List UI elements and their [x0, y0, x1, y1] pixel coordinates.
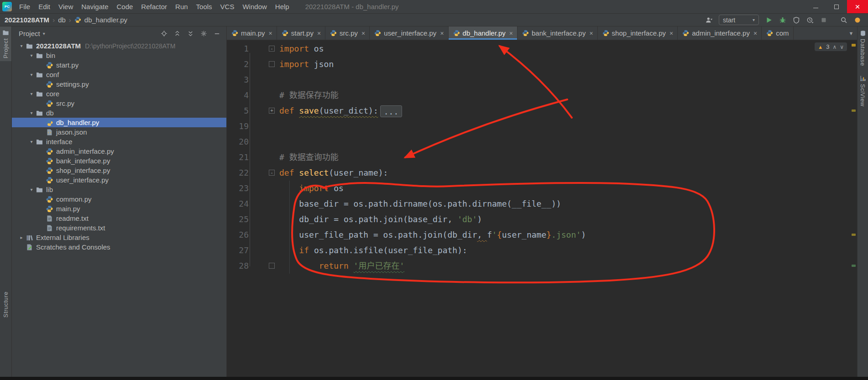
tree-item-src-py[interactable]: src.py: [12, 99, 226, 108]
code-line[interactable]: 2import json: [227, 57, 857, 72]
gutter[interactable]: [249, 119, 279, 134]
code-line[interactable]: 28 return '用户已存在': [227, 258, 857, 274]
chevron-down-icon[interactable]: ▾: [27, 110, 36, 115]
tree-item-jason-json[interactable]: jason.json: [12, 127, 226, 137]
run-button[interactable]: [763, 15, 775, 26]
line-number[interactable]: 27: [227, 243, 249, 258]
gutter[interactable]: [249, 212, 279, 227]
fold-marker-icon[interactable]: -: [269, 170, 275, 176]
menu-window[interactable]: Window: [238, 0, 271, 13]
fold-marker-icon[interactable]: [269, 61, 275, 67]
minimize-button[interactable]: [805, 0, 826, 13]
chevron-right-icon[interactable]: ▸: [17, 235, 26, 240]
gutter[interactable]: [249, 134, 279, 150]
line-number[interactable]: 26: [227, 227, 249, 243]
gutter[interactable]: +: [249, 103, 279, 119]
code-line[interactable]: 20: [227, 134, 857, 150]
tab-bank-interface-py[interactable]: bank_interface.py×: [518, 26, 598, 40]
tree-item-admin-interface-py[interactable]: admin_interface.py: [12, 146, 226, 156]
hide-button[interactable]: [211, 28, 223, 38]
breadcrumb-db-handler-py[interactable]: db_handler.py: [84, 16, 127, 24]
menu-file[interactable]: File: [15, 0, 34, 13]
chevron-down-icon[interactable]: ▾: [27, 53, 36, 58]
next-warning-icon[interactable]: ∨: [840, 44, 844, 50]
breadcrumb-db[interactable]: db: [58, 16, 66, 24]
code-line[interactable]: 19: [227, 119, 857, 134]
tree-item-external-libraries[interactable]: ▸External Libraries: [12, 233, 226, 242]
project-tool-button[interactable]: Project: [0, 26, 11, 61]
chevron-down-icon[interactable]: ▾: [17, 43, 26, 48]
gutter[interactable]: [249, 227, 279, 243]
code-line[interactable]: 24 base_dir = os.path.dirname(os.path.di…: [227, 196, 857, 212]
chevron-down-icon[interactable]: ▾: [27, 91, 36, 96]
gutter[interactable]: [249, 196, 279, 212]
tree-item-start-py[interactable]: start.py: [12, 60, 226, 70]
collapse-all-button[interactable]: [172, 28, 183, 38]
gutter[interactable]: -: [249, 165, 279, 181]
tree-item-common-py[interactable]: common.py: [12, 194, 226, 204]
profile-button[interactable]: [804, 15, 816, 26]
scrollbar-warning-mark[interactable]: [852, 109, 856, 112]
close-tab-icon[interactable]: ×: [440, 30, 444, 36]
tree-item-scratches-and-consoles[interactable]: Scratches and Consoles: [12, 242, 226, 252]
line-number[interactable]: 24: [227, 196, 249, 212]
run-config-select[interactable]: start▾: [719, 15, 759, 25]
line-number[interactable]: 5: [227, 103, 249, 119]
locate-button[interactable]: [158, 28, 170, 38]
gutter[interactable]: [249, 72, 279, 88]
menu-view[interactable]: View: [54, 0, 77, 13]
line-number[interactable]: 22: [227, 165, 249, 181]
gutter[interactable]: [249, 57, 279, 72]
expand-all-button[interactable]: [185, 28, 196, 38]
code-line[interactable]: 4# 数据保存功能: [227, 88, 857, 103]
notification-button[interactable]: [851, 15, 863, 26]
code-line[interactable]: 21# 数据查询功能: [227, 150, 857, 165]
tree-item-core[interactable]: ▾core: [12, 89, 226, 99]
debug-button[interactable]: [776, 15, 789, 26]
code-line[interactable]: 27 if os.path.isfile(user_file_path):: [227, 243, 857, 258]
menu-navigate[interactable]: Navigate: [77, 0, 112, 13]
menu-edit[interactable]: Edit: [34, 0, 54, 13]
structure-tool-button[interactable]: Structure: [0, 289, 11, 320]
close-button[interactable]: ×: [847, 0, 868, 13]
tree-item-db[interactable]: ▾db: [12, 108, 226, 118]
code-line[interactable]: 22-def select(user_name):: [227, 165, 857, 181]
tab-com[interactable]: com: [762, 26, 793, 40]
tree-item-lib[interactable]: ▾lib: [12, 185, 226, 194]
close-tab-icon[interactable]: ×: [589, 30, 593, 36]
line-number[interactable]: 19: [227, 119, 249, 134]
scrollbar-warning-mark[interactable]: [852, 234, 856, 236]
menu-tools[interactable]: Tools: [192, 0, 216, 13]
tab-start-py[interactable]: start.py×: [277, 26, 325, 40]
breadcrumb-20221028atm[interactable]: 20221028ATM: [5, 16, 49, 24]
line-number[interactable]: 4: [227, 88, 249, 103]
project-panel-title[interactable]: Project: [19, 30, 40, 37]
tree-item-conf[interactable]: ▾conf: [12, 70, 226, 79]
code-line[interactable]: 23 import os: [227, 181, 857, 196]
tab-main-py[interactable]: main.py×: [227, 26, 277, 40]
tab-user-interface-py[interactable]: user_interface.py×: [370, 26, 448, 40]
close-tab-icon[interactable]: ×: [317, 30, 321, 36]
hidden-tabs-dropdown[interactable]: ▼: [845, 26, 857, 40]
tree-item-shop-interface-py[interactable]: shop_interface.py: [12, 166, 226, 175]
search-button[interactable]: [837, 15, 850, 26]
menu-code[interactable]: Code: [112, 0, 137, 13]
stop-button[interactable]: [817, 15, 830, 26]
code-line[interactable]: 5+def save(user_dict):...: [227, 103, 857, 119]
settings-button[interactable]: [198, 28, 209, 38]
line-number[interactable]: 3: [227, 72, 249, 88]
close-tab-icon[interactable]: ×: [669, 30, 673, 36]
fold-marker-icon[interactable]: +: [269, 108, 275, 114]
maximize-button[interactable]: [826, 0, 847, 13]
code-line[interactable]: 1-import os: [227, 41, 857, 57]
chevron-down-icon[interactable]: ▾: [27, 72, 36, 77]
tree-item-interface[interactable]: ▾interface: [12, 137, 226, 146]
code-line[interactable]: 25 db_dir = os.path.join(base_dir, 'db'): [227, 212, 857, 227]
line-number[interactable]: 21: [227, 150, 249, 165]
close-tab-icon[interactable]: ×: [269, 30, 272, 36]
gutter[interactable]: [249, 243, 279, 258]
inspections-widget[interactable]: ▲ 3 ∧ ∨: [815, 42, 847, 51]
chevron-down-icon[interactable]: ▾: [27, 187, 36, 192]
scrollbar-typo-mark[interactable]: [852, 265, 856, 267]
tree-item-settings-py[interactable]: settings.py: [12, 79, 226, 89]
